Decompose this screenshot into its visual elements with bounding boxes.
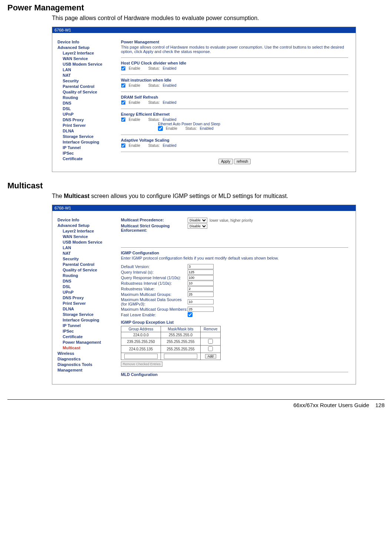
sidebar-item-nat[interactable]: NAT — [63, 73, 114, 77]
select-strict-grouping[interactable]: Disable — [188, 224, 207, 229]
remove-checked-button[interactable]: Remove Checked Entries — [121, 362, 162, 367]
igmp-field-label: Query Response Interval (1/10s): — [121, 275, 188, 280]
section-heading-multicast: Multicast — [7, 181, 385, 191]
sidebar-item-upnp[interactable]: UPnP — [63, 290, 114, 294]
pm-status-value: Enabled — [163, 83, 177, 88]
label-strict-grouping: Multicast Strict Grouping Enforcement: — [121, 224, 188, 232]
cell-group-address: 239.255.255.250 — [121, 338, 161, 346]
sidebar-item-dns-proxy[interactable]: DNS Proxy — [63, 296, 114, 300]
pm-enable-checkbox[interactable] — [121, 100, 126, 105]
sidebar-item-certificate[interactable]: Certificate — [63, 156, 114, 161]
pm-status-prefix: Status: — [148, 100, 160, 105]
igmp-field-input[interactable] — [188, 270, 214, 275]
sidebar-item-interface-grouping[interactable]: Interface Grouping — [63, 318, 114, 322]
sidebar-item-usb-modem-service[interactable]: USB Modem Service — [63, 62, 114, 66]
igmp-field-input[interactable] — [188, 307, 214, 312]
cell-remove — [201, 346, 221, 353]
desc-igmp-config: Enter IGMP protocol configuration fields… — [121, 256, 348, 260]
label-multicast-precedence: Multicast Precedence: — [121, 218, 188, 222]
footer-guide: 66xx/67xx Router Users Guide — [293, 402, 369, 408]
sidebar-item-parental-control[interactable]: Parental Control — [63, 262, 114, 267]
sidebar-item-interface-grouping[interactable]: Interface Grouping — [63, 140, 114, 144]
sidebar-item-wan-service[interactable]: WAN Service — [63, 234, 114, 239]
pm-status-prefix: Status: — [148, 83, 160, 88]
sidebar: Device Info Advanced Setup Layer2 Interf… — [52, 211, 117, 384]
table-row-add: Add — [121, 353, 221, 360]
sidebar-item-wireless[interactable]: Wireless — [57, 351, 114, 356]
sidebar-item-dlna[interactable]: DLNA — [63, 307, 114, 311]
heading-igmp-config: IGMP Configuration — [121, 251, 348, 255]
sidebar-item-advanced-setup[interactable]: Advanced Setup — [57, 223, 114, 228]
sidebar-item-storage-service[interactable]: Storage Service — [63, 134, 114, 139]
sidebar-item-wan-service[interactable]: WAN Service — [63, 56, 114, 61]
sidebar-item-ipsec[interactable]: IPSec — [63, 329, 114, 333]
igmp-field-input[interactable] — [188, 292, 214, 297]
sidebar-item-layer2-interface[interactable]: Layer2 Interface — [63, 51, 114, 55]
pm-enable-checkbox[interactable] — [121, 83, 126, 88]
sidebar-item-print-server[interactable]: Print Server — [63, 301, 114, 306]
sidebar-item-dlna[interactable]: DLNA — [63, 129, 114, 133]
sidebar-item-multicast[interactable]: Multicast — [63, 346, 114, 350]
screenshot-multicast: 6768-W1 Device Info Advanced Setup Layer… — [52, 205, 356, 384]
sidebar-item-print-server[interactable]: Print Server — [63, 123, 114, 128]
pm-enable-label: Enable — [166, 126, 177, 131]
sidebar-item-power-management[interactable]: Power Management — [63, 340, 114, 344]
sidebar-item-storage-service[interactable]: Storage Service — [63, 312, 114, 317]
pm-enable-checkbox[interactable] — [121, 118, 126, 122]
hint-precedence: lower value, higher priority — [210, 218, 253, 222]
sidebar-item-device-info[interactable]: Device Info — [57, 40, 114, 44]
pm-eee-sub-checkbox[interactable] — [158, 126, 163, 131]
checkbox-fast-leave[interactable] — [188, 312, 192, 317]
sidebar-item-lan[interactable]: LAN — [63, 67, 114, 72]
divider — [121, 109, 348, 109]
pm-enable-checkbox[interactable] — [121, 143, 126, 148]
sidebar-item-routing[interactable]: Routing — [63, 95, 114, 100]
igmp-field-input[interactable] — [188, 264, 214, 269]
pm-enable-checkbox[interactable] — [121, 66, 126, 71]
sidebar-item-ip-tunnel[interactable]: IP Tunnel — [63, 323, 114, 328]
sidebar-item-layer2-interface[interactable]: Layer2 Interface — [63, 229, 114, 233]
pm-block-heading: Host CPU Clock divider when Idle — [121, 61, 348, 65]
sidebar-item-quality-of-service[interactable]: Quality of Service — [63, 268, 114, 272]
pm-block-heading: DRAM Self Refresh — [121, 95, 348, 99]
sidebar-item-security[interactable]: Security — [63, 257, 114, 261]
sidebar-item-dns[interactable]: DNS — [63, 279, 114, 283]
refresh-button[interactable]: refresh — [234, 159, 251, 164]
sidebar-item-dsl[interactable]: DSL — [63, 106, 114, 111]
sidebar-item-dns-proxy[interactable]: DNS Proxy — [63, 118, 114, 122]
apply-button[interactable]: Apply — [218, 159, 233, 164]
sidebar-item-nat[interactable]: NAT — [63, 251, 114, 255]
desc-post: screen allows you to configure IGMP sett… — [89, 193, 288, 199]
sidebar-item-device-info[interactable]: Device Info — [57, 218, 114, 222]
input-group-address[interactable] — [124, 354, 158, 359]
sidebar-item-ip-tunnel[interactable]: IP Tunnel — [63, 145, 114, 150]
sidebar-item-parental-control[interactable]: Parental Control — [63, 84, 114, 89]
pm-block-heading: Energy Efficient Ethernet — [121, 112, 348, 116]
sidebar-item-ipsec[interactable]: IPSec — [63, 151, 114, 155]
sidebar-item-certificate[interactable]: Certificate — [63, 334, 114, 339]
sidebar-item-security[interactable]: Security — [63, 79, 114, 83]
sidebar-item-usb-modem-service[interactable]: USB Modem Service — [63, 240, 114, 244]
sidebar-item-lan[interactable]: LAN — [63, 245, 114, 250]
section-heading-power-management: Power Management — [7, 3, 385, 13]
remove-checkbox[interactable] — [208, 339, 213, 344]
sidebar-item-diagnostics[interactable]: Diagnostics — [57, 357, 114, 361]
sidebar-item-diagnostics-tools[interactable]: Diagnostics Tools — [57, 362, 114, 367]
window-title: 6768-W1 — [52, 205, 356, 211]
add-button[interactable]: Add — [205, 354, 216, 359]
sidebar-item-upnp[interactable]: UPnP — [63, 112, 114, 116]
igmp-field-input[interactable] — [188, 281, 214, 286]
sidebar-item-advanced-setup[interactable]: Advanced Setup — [57, 45, 114, 50]
input-mask[interactable] — [164, 354, 197, 359]
sidebar-item-dns[interactable]: DNS — [63, 101, 114, 105]
igmp-field-input[interactable] — [188, 286, 214, 291]
sidebar-item-quality-of-service[interactable]: Quality of Service — [63, 90, 114, 94]
remove-checkbox[interactable] — [208, 346, 213, 351]
sidebar-item-routing[interactable]: Routing — [63, 273, 114, 278]
igmp-field-input[interactable] — [188, 299, 214, 304]
table-igmp-exception: Group AddressMask/Mask bitsRemove 224.0.… — [121, 326, 221, 360]
select-multicast-precedence[interactable]: Disable — [188, 218, 207, 223]
igmp-field-input[interactable] — [188, 275, 214, 280]
sidebar-item-management[interactable]: Management — [57, 368, 114, 372]
sidebar-item-dsl[interactable]: DSL — [63, 284, 114, 289]
